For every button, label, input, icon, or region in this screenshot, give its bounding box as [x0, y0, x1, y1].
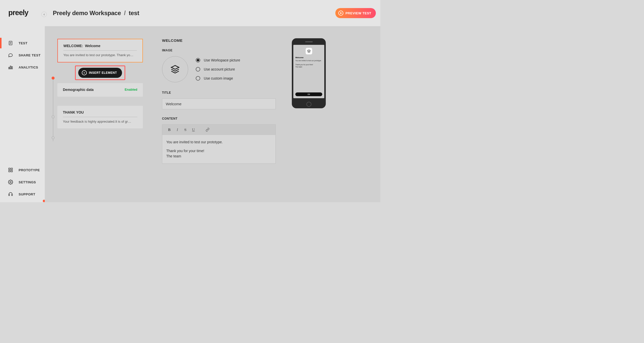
content-body[interactable]: You are invited to test our prototype. T…: [162, 135, 275, 163]
breadcrumb-test[interactable]: test: [129, 10, 139, 16]
preview-test-label: PREVIEW TEST: [345, 11, 371, 15]
document-icon: [8, 41, 13, 46]
underline-button[interactable]: U: [190, 127, 197, 133]
radio-label: Use Workspace picture: [204, 58, 240, 62]
phone-line: You are invited to test our prototype.: [295, 60, 322, 62]
insert-element-button[interactable]: + INSERT ELEMENT: [78, 68, 122, 78]
sidebar-item-support[interactable]: SUPPORT: [0, 188, 45, 200]
sidebar-item-share-test[interactable]: SHARE TEST: [0, 49, 45, 61]
collapse-sidebar-button[interactable]: [41, 12, 47, 17]
layers-icon: [171, 65, 180, 74]
card-desc: Your feedback is highly appreciated.It i…: [63, 120, 137, 123]
flow-panel: WELCOME: Welcome You are invited to test…: [45, 26, 149, 202]
content-paragraph: You are invited to test our prototype.: [166, 140, 271, 145]
svg-rect-4: [9, 67, 10, 69]
sidebar-item-label: PROTOTYPE: [19, 168, 40, 172]
title-label: TITLE: [162, 91, 276, 94]
flow-card-demographic[interactable]: Demographic data Enabled: [57, 83, 143, 97]
sidebar-item-label: SHARE TEST: [19, 53, 41, 57]
bold-button[interactable]: B: [166, 127, 173, 133]
card-kind: WELCOME:: [63, 44, 83, 48]
card-title: Welcome: [85, 44, 100, 48]
phone-preview: Welcome You are invited to test our prot…: [292, 38, 326, 190]
insert-element-label: INSERT ELEMENT: [89, 71, 117, 75]
gear-icon: [8, 180, 13, 185]
phone-ok-button: OK: [295, 92, 322, 96]
headset-icon: [8, 192, 13, 197]
breadcrumb-workspace[interactable]: Preely demo Workspace: [53, 10, 121, 16]
title-input[interactable]: [162, 98, 276, 109]
radio-label: Use account picture: [204, 67, 235, 71]
layers-icon: [307, 49, 311, 53]
content-paragraph: Thank you for your time!The team: [166, 148, 271, 159]
sidebar-item-label: SETTINGS: [19, 180, 36, 184]
timeline-dot: [52, 115, 55, 118]
image-label: IMAGE: [162, 49, 276, 52]
image-preview: [162, 56, 188, 82]
preview-test-button[interactable]: PREVIEW TEST: [335, 8, 376, 18]
phone-title: Welcome: [295, 56, 322, 59]
breadcrumb: Preely demo Workspace / test: [53, 10, 139, 17]
card-desc: You are invited to test our prototype. T…: [63, 53, 137, 57]
radio-label: Use custom image: [204, 76, 233, 80]
logo-text: preely: [8, 9, 28, 17]
sidebar-item-label: SUPPORT: [19, 192, 35, 196]
analytics-icon: [8, 65, 13, 70]
sidebar-item-analytics[interactable]: ANALYTICS: [0, 61, 45, 73]
chevron-left-icon: [43, 13, 46, 16]
content-label: CONTENT: [162, 117, 276, 120]
card-title: THANK YOU: [63, 110, 84, 114]
section-title: WELCOME: [162, 38, 276, 43]
svg-rect-8: [11, 168, 13, 170]
grid-icon: [8, 167, 13, 173]
radio-icon: [196, 76, 200, 81]
strike-button[interactable]: S: [182, 127, 189, 133]
svg-marker-15: [307, 50, 310, 51]
svg-rect-5: [10, 66, 11, 69]
italic-button[interactable]: I: [174, 127, 181, 133]
svg-rect-7: [9, 168, 10, 170]
radio-account-picture[interactable]: Use account picture: [196, 67, 240, 72]
card-title: Demographic data: [63, 88, 94, 92]
sidebar-item-test[interactable]: TEST: [0, 37, 45, 49]
svg-rect-13: [12, 194, 12, 196]
breadcrumb-sep: /: [124, 10, 126, 16]
radio-custom-image[interactable]: Use custom image: [196, 76, 240, 81]
plus-circle-icon: +: [82, 70, 87, 75]
svg-rect-12: [9, 194, 10, 196]
svg-rect-10: [11, 170, 13, 172]
svg-point-11: [10, 182, 11, 183]
phone-line: Thank you for your time!The team: [295, 64, 322, 68]
card-status: Enabled: [125, 88, 137, 92]
flow-card-thankyou[interactable]: THANK YOU Your feedback is highly apprec…: [57, 106, 143, 128]
link-button[interactable]: [204, 127, 211, 133]
svg-marker-14: [171, 65, 179, 69]
editor-panel: WELCOME IMAGE Use Workspace picture: [149, 26, 380, 202]
phone-home-icon: [306, 102, 311, 107]
topbar: Preely demo Workspace / test PREVIEW TES…: [45, 0, 380, 26]
chat-icon: [8, 53, 13, 58]
phone-logo: [306, 48, 312, 54]
radio-icon: [196, 58, 200, 62]
rte-toolbar: B I S U: [162, 125, 275, 135]
logo[interactable]: preely: [0, 9, 45, 27]
sidebar-item-label: ANALYTICS: [19, 65, 38, 69]
svg-rect-6: [12, 67, 12, 69]
flow-card-welcome[interactable]: WELCOME: Welcome You are invited to test…: [57, 39, 143, 62]
sidebar: preely TEST SHARE TEST ANALYTICS PROTOTY…: [0, 0, 45, 202]
timeline-dot-active: [52, 77, 55, 80]
link-icon: [206, 128, 210, 132]
svg-rect-9: [9, 170, 10, 172]
sidebar-item-label: TEST: [19, 41, 27, 45]
insert-element-highlight: + INSERT ELEMENT: [75, 65, 125, 80]
timeline-dot: [52, 136, 55, 139]
timeline-line: [53, 80, 53, 141]
play-icon: [338, 11, 343, 16]
sidebar-item-prototype[interactable]: PROTOTYPE: [0, 164, 45, 176]
radio-icon: [196, 67, 200, 72]
radio-workspace-picture[interactable]: Use Workspace picture: [196, 58, 240, 62]
content-editor: B I S U You are invited to test our prot…: [162, 124, 276, 164]
sidebar-item-settings[interactable]: SETTINGS: [0, 176, 45, 188]
